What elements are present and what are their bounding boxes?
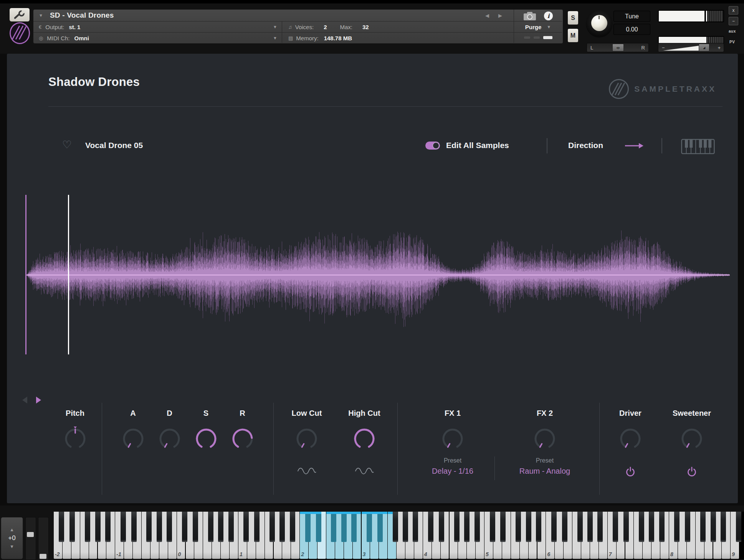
- piano-key-black[interactable]: [341, 512, 347, 542]
- sample-name[interactable]: Vocal Drone 05: [85, 141, 143, 150]
- volume-slider[interactable]: − + ◢: [658, 43, 724, 52]
- fx2-preset[interactable]: Preset Raum - Analog: [519, 457, 570, 476]
- piano-key-black[interactable]: [413, 512, 418, 542]
- piano-key-black[interactable]: [131, 512, 137, 542]
- piano-key-black[interactable]: [193, 512, 198, 542]
- release-knob[interactable]: [230, 427, 255, 451]
- driver-knob[interactable]: [618, 427, 643, 451]
- minimize-button[interactable]: −: [729, 17, 738, 25]
- direction-arrow-button[interactable]: [624, 142, 644, 151]
- piano-key-black[interactable]: [736, 512, 741, 542]
- low-cut-knob[interactable]: [294, 427, 319, 451]
- piano-key-black[interactable]: [351, 512, 357, 542]
- piano-key-black[interactable]: [428, 512, 433, 542]
- pitch-knob[interactable]: [63, 427, 88, 451]
- piano-key-black[interactable]: [290, 512, 295, 542]
- output-value[interactable]: st. 1: [69, 24, 80, 30]
- piano-key-black[interactable]: [367, 512, 372, 542]
- piano-key-black[interactable]: [721, 512, 726, 542]
- piano-key-black[interactable]: [269, 512, 275, 542]
- aux-button[interactable]: aux: [729, 29, 736, 33]
- fx2-knob[interactable]: [532, 427, 557, 451]
- piano-key-black[interactable]: [577, 512, 583, 542]
- piano-key-black[interactable]: [393, 512, 398, 542]
- piano-key-black[interactable]: [475, 512, 480, 542]
- piano-key-black[interactable]: [182, 512, 187, 542]
- mute-button[interactable]: M: [567, 28, 579, 43]
- piano-key-black[interactable]: [59, 512, 64, 542]
- piano-key-black[interactable]: [454, 512, 460, 542]
- piano-key-black[interactable]: [500, 512, 506, 542]
- piano-key-black[interactable]: [121, 512, 126, 542]
- pan-handle[interactable]: ◂|▸: [612, 44, 624, 51]
- piano-key-black[interactable]: [228, 512, 234, 542]
- piano-key-black[interactable]: [711, 512, 716, 542]
- piano-key-black[interactable]: [439, 512, 444, 542]
- piano-key-black[interactable]: [597, 512, 603, 542]
- fx1-knob[interactable]: [440, 427, 465, 451]
- piano-key-black[interactable]: [377, 512, 383, 542]
- piano-key-black[interactable]: [685, 512, 690, 542]
- midi-channel-value[interactable]: Omni: [74, 35, 89, 41]
- piano-key-black[interactable]: [623, 512, 629, 542]
- move-marker-right-arrow[interactable]: [36, 397, 41, 404]
- edit-all-samples-toggle[interactable]: [425, 142, 440, 150]
- purge-button[interactable]: Purge: [525, 24, 542, 30]
- pan-slider[interactable]: L R ◂|▸: [587, 43, 649, 52]
- piano-key-black[interactable]: [331, 512, 336, 542]
- sustain-knob[interactable]: [194, 427, 218, 451]
- piano-key-black[interactable]: [587, 512, 593, 542]
- favorite-heart-icon[interactable]: ♡: [62, 140, 72, 150]
- tune-knob[interactable]: [586, 10, 613, 38]
- pv-button[interactable]: PV: [729, 40, 735, 44]
- snapshot-camera-icon[interactable]: [523, 12, 536, 21]
- piano-key-black[interactable]: [659, 512, 665, 542]
- solo-button[interactable]: S: [567, 11, 579, 25]
- volume-plus[interactable]: +: [718, 45, 721, 51]
- info-icon[interactable]: i: [544, 12, 553, 20]
- piano-key-black[interactable]: [85, 512, 90, 542]
- volume-handle[interactable]: ◢: [699, 44, 709, 51]
- piano-key-black[interactable]: [464, 512, 470, 542]
- piano-key-black[interactable]: [254, 512, 260, 542]
- piano-key-black[interactable]: [208, 512, 213, 542]
- waveform-display[interactable]: [21, 155, 733, 362]
- octave-down-arrow[interactable]: ▼: [10, 544, 14, 549]
- piano-key-black[interactable]: [305, 512, 311, 542]
- piano-key-black[interactable]: [649, 512, 654, 542]
- pitch-wheel-slider[interactable]: [38, 517, 49, 560]
- octave-transpose-control[interactable]: ▲ +0 ▼: [1, 517, 23, 559]
- piano-key-black[interactable]: [613, 512, 618, 542]
- decay-knob[interactable]: [157, 427, 182, 451]
- fx1-preset[interactable]: Preset Delay - 1/16: [432, 457, 473, 476]
- fx1-preset-value[interactable]: Delay - 1/16: [432, 467, 473, 476]
- high-cut-knob[interactable]: [352, 427, 377, 451]
- sweetener-knob[interactable]: [680, 427, 704, 451]
- piano-key-black[interactable]: [674, 512, 680, 542]
- sweetener-power-icon[interactable]: [686, 466, 697, 477]
- octave-up-arrow[interactable]: ▲: [10, 527, 14, 532]
- edit-instrument-button[interactable]: [9, 8, 30, 22]
- prev-instrument-arrow[interactable]: ◀: [485, 13, 489, 18]
- piano-key-black[interactable]: [243, 512, 249, 542]
- piano-key-black[interactable]: [700, 512, 706, 542]
- piano-key-black[interactable]: [562, 512, 567, 542]
- purge-dropdown-caret[interactable]: ▼: [547, 25, 551, 29]
- piano-key-black[interactable]: [95, 512, 101, 542]
- sample-start-marker[interactable]: [25, 195, 26, 354]
- piano-key-black[interactable]: [279, 512, 285, 542]
- piano-key-black[interactable]: [157, 512, 162, 542]
- piano-key-black[interactable]: [526, 512, 531, 542]
- piano-key-black[interactable]: [403, 512, 408, 542]
- piano-key-black[interactable]: [105, 512, 111, 542]
- keyboard-view-button[interactable]: [681, 139, 715, 156]
- piano-key-black[interactable]: [551, 512, 557, 542]
- piano-key-black[interactable]: [167, 512, 172, 542]
- piano-key-black[interactable]: [536, 512, 541, 542]
- piano-key-black[interactable]: [69, 512, 75, 542]
- next-instrument-arrow[interactable]: ▶: [498, 13, 502, 18]
- driver-power-icon[interactable]: [625, 466, 636, 477]
- piano-key-black[interactable]: [490, 512, 495, 542]
- output-dropdown-caret[interactable]: ▼: [273, 25, 277, 29]
- attack-knob[interactable]: [121, 427, 145, 451]
